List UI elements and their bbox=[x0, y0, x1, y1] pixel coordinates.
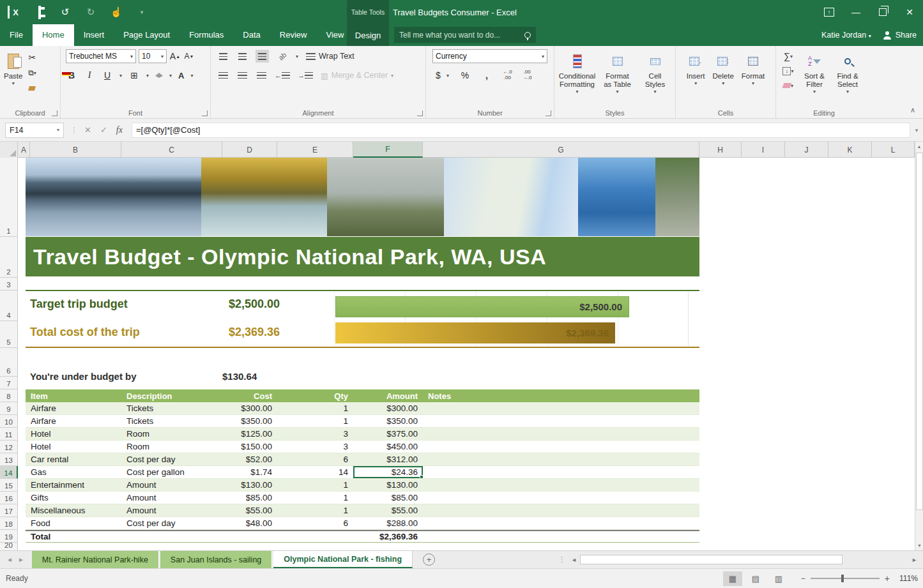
cell-item[interactable]: Entertainment bbox=[26, 479, 121, 491]
cell-notes[interactable] bbox=[423, 402, 699, 414]
fill-color-icon[interactable] bbox=[155, 73, 163, 78]
column-header-D[interactable]: D bbox=[222, 142, 277, 158]
cell-qty[interactable]: 1 bbox=[277, 479, 353, 491]
cell-notes[interactable] bbox=[423, 479, 699, 491]
cell-item[interactable]: Hotel bbox=[26, 428, 121, 440]
middle-align-icon[interactable] bbox=[236, 50, 248, 63]
column-header-A[interactable]: A bbox=[18, 142, 30, 158]
row-header-16[interactable]: 16 bbox=[0, 492, 18, 504]
delete-cells-button[interactable]: ✕ Delete▾ bbox=[709, 49, 738, 88]
cell-description[interactable]: Tickets bbox=[121, 415, 222, 427]
cell-item[interactable]: Gas bbox=[26, 466, 121, 478]
cell-amount[interactable]: $350.00 bbox=[353, 415, 423, 427]
sheet-tab-mt-rainier-national-park-hike[interactable]: Mt. Rainier National Park-hike bbox=[32, 551, 159, 568]
row-header-14[interactable]: 14 bbox=[0, 466, 18, 479]
sort-filter-button[interactable]: AZ Sort & Filter▾ bbox=[798, 49, 831, 97]
cell-cost[interactable]: $85.00 bbox=[222, 492, 277, 504]
wrap-text-button[interactable]: Wrap Text bbox=[306, 50, 355, 63]
cell-amount[interactable]: $375.00 bbox=[353, 428, 423, 440]
restore-icon[interactable] bbox=[869, 0, 896, 24]
selected-cell-F14[interactable]: $24.36 bbox=[353, 466, 423, 478]
conditional-formatting-button[interactable]: Conditional Formatting▾ bbox=[557, 49, 598, 97]
zoom-out-icon[interactable]: − bbox=[801, 574, 805, 583]
cell-cost[interactable]: $1.74 bbox=[222, 466, 277, 478]
align-right-icon[interactable] bbox=[256, 69, 267, 82]
italic-button[interactable]: I bbox=[84, 69, 95, 82]
minimize-icon[interactable]: — bbox=[843, 0, 869, 24]
ribbon-tab-data[interactable]: Data bbox=[233, 24, 270, 46]
sheet-tab-san-juan-islands-sailing[interactable]: San Juan Islands - sailing bbox=[160, 551, 272, 568]
zoom-level[interactable]: 111% bbox=[894, 574, 918, 583]
cell-styles-button[interactable]: Cell Styles▾ bbox=[637, 49, 673, 97]
table-header-notes[interactable]: Notes bbox=[423, 389, 699, 402]
table-header-item[interactable]: Item bbox=[26, 389, 121, 402]
percent-style-icon[interactable]: % bbox=[459, 69, 471, 82]
row-header-6[interactable]: 6 bbox=[0, 348, 18, 377]
table-header-qty[interactable]: Qty bbox=[277, 389, 353, 402]
clear-icon[interactable]: ▾ bbox=[782, 79, 794, 92]
column-header-G[interactable]: G bbox=[423, 142, 699, 158]
row-header-2[interactable]: 2 bbox=[0, 237, 18, 278]
row-header-18[interactable]: 18 bbox=[0, 517, 18, 530]
ribbon-tab-file[interactable]: File bbox=[0, 24, 33, 46]
page-layout-view-icon[interactable]: ▤ bbox=[746, 571, 765, 586]
row-header-4[interactable]: 4 bbox=[0, 290, 18, 321]
row-header-11[interactable]: 11 bbox=[0, 428, 18, 441]
cell-description[interactable]: Cost per day bbox=[121, 517, 222, 529]
format-cells-button[interactable]: Format▾ bbox=[738, 49, 768, 88]
decrease-indent-icon[interactable]: ← bbox=[275, 69, 290, 82]
column-header-H[interactable]: H bbox=[699, 142, 742, 158]
cell-qty[interactable]: 6 bbox=[277, 517, 353, 529]
cell-cost[interactable]: $48.00 bbox=[222, 517, 277, 529]
column-header-C[interactable]: C bbox=[121, 142, 222, 158]
decrease-font-icon[interactable]: A▼ bbox=[183, 50, 195, 63]
tell-me-box[interactable]: Tell me what you want to do... bbox=[394, 27, 536, 43]
top-align-icon[interactable] bbox=[217, 50, 229, 63]
cell-item[interactable]: Miscellaneous bbox=[26, 504, 121, 516]
number-dialog-launcher[interactable] bbox=[545, 110, 551, 116]
row-header-8[interactable]: 8 bbox=[0, 389, 18, 402]
cell-item[interactable]: Airfare bbox=[26, 415, 121, 427]
align-left-icon[interactable] bbox=[217, 69, 229, 82]
ribbon-tab-design[interactable]: Design bbox=[347, 24, 389, 46]
cut-icon[interactable]: ✂ bbox=[26, 51, 38, 64]
cell-description[interactable]: Amount bbox=[121, 492, 222, 504]
fill-icon[interactable]: ↓▾ bbox=[782, 64, 794, 77]
accounting-format-icon[interactable]: $ bbox=[432, 69, 444, 82]
column-header-K[interactable]: K bbox=[828, 142, 872, 158]
cell-qty[interactable]: 3 bbox=[277, 441, 353, 453]
increase-decimal-icon[interactable]: ←.0.00 bbox=[503, 70, 512, 81]
cell-notes[interactable] bbox=[423, 441, 699, 453]
cell-cost[interactable]: $130.00 bbox=[222, 479, 277, 491]
cell-cost[interactable]: $300.00 bbox=[222, 402, 277, 414]
row-header-13[interactable]: 13 bbox=[0, 453, 18, 466]
row-header-7[interactable]: 7 bbox=[0, 377, 18, 389]
cell-qty[interactable]: 1 bbox=[277, 402, 353, 414]
decrease-decimal-icon[interactable]: .00→.0 bbox=[523, 70, 532, 81]
cell-notes[interactable] bbox=[423, 428, 699, 440]
cell-amount[interactable]: $312.00 bbox=[353, 453, 423, 465]
cell-item[interactable]: Food bbox=[26, 517, 121, 529]
horizontal-scroll-thumb[interactable] bbox=[580, 555, 843, 564]
name-box[interactable]: F14▾ bbox=[5, 123, 64, 138]
cell-qty[interactable]: 1 bbox=[277, 415, 353, 427]
cell-description[interactable]: Amount bbox=[121, 479, 222, 491]
column-header-B[interactable]: B bbox=[30, 142, 121, 158]
cell-notes[interactable] bbox=[423, 492, 699, 504]
row-header-15[interactable]: 15 bbox=[0, 479, 18, 492]
cell-qty[interactable]: 6 bbox=[277, 453, 353, 465]
vertical-scroll-thumb[interactable] bbox=[916, 153, 923, 510]
sheet-nav-right-icon[interactable]: ► bbox=[18, 556, 24, 563]
column-header-L[interactable]: L bbox=[872, 142, 915, 158]
cell-notes[interactable] bbox=[423, 453, 699, 465]
cell-notes[interactable] bbox=[423, 415, 699, 427]
cell-description[interactable]: Amount bbox=[121, 504, 222, 516]
row-header-3[interactable]: 3 bbox=[0, 278, 18, 290]
save-icon[interactable] bbox=[33, 7, 46, 18]
font-name-combo[interactable]: Trebuchet MS▾ bbox=[66, 49, 136, 63]
orientation-icon[interactable]: ab bbox=[274, 48, 291, 65]
sheet-nav-left-icon[interactable]: ◄ bbox=[6, 556, 13, 563]
share-button[interactable]: Share bbox=[883, 31, 917, 40]
cell-amount[interactable]: $85.00 bbox=[353, 492, 423, 504]
customize-toolbar-icon[interactable]: ▾ bbox=[135, 9, 148, 15]
